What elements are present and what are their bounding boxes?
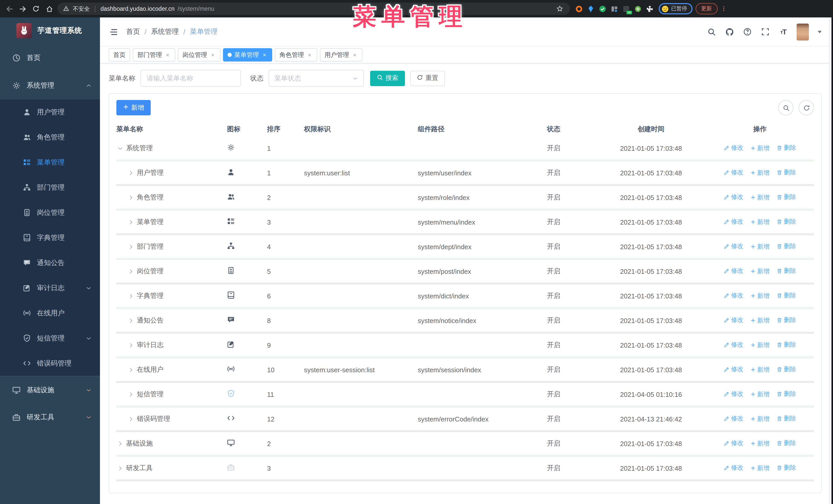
profile-chip[interactable]: 已暂停: [659, 3, 692, 14]
tab-部门管理[interactable]: 部门管理×: [133, 48, 175, 62]
edit-link[interactable]: 修改: [724, 464, 743, 473]
status-select[interactable]: 菜单状态: [269, 70, 364, 87]
sidebar-item-monitor[interactable]: 基础设施: [0, 376, 100, 404]
edit-link[interactable]: 修改: [724, 242, 743, 251]
add-link[interactable]: 新增: [751, 341, 769, 350]
tree-expand-icon[interactable]: [127, 366, 134, 373]
sidebar-item-online[interactable]: 在线用户: [0, 301, 100, 326]
tree-expand-icon[interactable]: [127, 341, 134, 349]
tab-close-icon[interactable]: ×: [165, 52, 171, 58]
add-link[interactable]: 新增: [751, 218, 769, 226]
reset-button[interactable]: 重置: [410, 71, 445, 86]
edit-link[interactable]: 修改: [724, 390, 743, 399]
tree-expand-icon[interactable]: [127, 218, 134, 225]
sidebar-item-dict[interactable]: 字典管理: [0, 225, 100, 250]
sidebar-item-log[interactable]: 审计日志: [0, 275, 100, 301]
sidebar-item-post[interactable]: 岗位管理: [0, 200, 100, 225]
sidebar-item-users[interactable]: 角色管理: [0, 125, 100, 150]
ext-puzzle-icon[interactable]: [646, 5, 653, 13]
sidebar-item-sms[interactable]: 短信管理: [0, 326, 100, 351]
add-link[interactable]: 新增: [751, 144, 769, 153]
tree-expand-icon[interactable]: [127, 169, 134, 176]
edit-link[interactable]: 修改: [724, 414, 743, 423]
delete-link[interactable]: 删除: [777, 365, 796, 374]
add-link[interactable]: 新增: [751, 439, 769, 448]
sidebar-item-message[interactable]: 通知公告: [0, 250, 100, 275]
delete-link[interactable]: 删除: [777, 464, 796, 473]
tree-expand-icon[interactable]: [127, 292, 134, 299]
add-link[interactable]: 新增: [751, 242, 769, 251]
tab-close-icon[interactable]: ×: [261, 52, 268, 58]
reload-icon[interactable]: [31, 4, 41, 14]
sidebar-item-menu[interactable]: 菜单管理: [0, 150, 100, 175]
menu-name-input[interactable]: [140, 70, 241, 87]
help-icon[interactable]: [743, 27, 752, 37]
delete-link[interactable]: 删除: [777, 414, 796, 423]
add-link[interactable]: 新增: [751, 464, 769, 473]
tab-close-icon[interactable]: ×: [307, 52, 313, 58]
fullscreen-icon[interactable]: [761, 27, 770, 37]
address-bar[interactable]: 不安全 dashboard.yudao.iocoder.cn/system/me…: [57, 3, 570, 15]
sidebar-item-gear[interactable]: 系统管理: [0, 72, 100, 99]
ext-leaf-icon[interactable]: [634, 5, 642, 13]
delete-link[interactable]: 删除: [777, 168, 796, 177]
delete-link[interactable]: 删除: [777, 291, 796, 300]
tree-expand-icon[interactable]: [116, 464, 123, 472]
forward-icon[interactable]: [18, 4, 28, 14]
ext-ring-icon[interactable]: [575, 5, 583, 13]
breadcrumb-item[interactable]: 系统管理: [151, 27, 179, 37]
delete-link[interactable]: 删除: [777, 242, 796, 251]
tab-角色管理[interactable]: 角色管理×: [275, 48, 317, 62]
ext-stack-icon[interactable]: on: [622, 5, 630, 13]
add-link[interactable]: 新增: [751, 415, 769, 424]
search-button[interactable]: 搜索: [370, 71, 405, 86]
sidebar-item-tool[interactable]: 研发工具: [0, 404, 100, 431]
delete-link[interactable]: 删除: [777, 144, 796, 152]
breadcrumb-item[interactable]: 首页: [126, 27, 140, 37]
tree-collapse-icon[interactable]: [116, 145, 123, 152]
delete-link[interactable]: 删除: [777, 390, 796, 399]
font-size-icon[interactable]: тT: [779, 27, 788, 37]
add-link[interactable]: 新增: [751, 365, 769, 374]
delete-link[interactable]: 删除: [777, 316, 796, 325]
edit-link[interactable]: 修改: [724, 439, 743, 448]
edit-link[interactable]: 修改: [724, 193, 743, 202]
delete-link[interactable]: 删除: [777, 193, 796, 202]
sidebar-item-tree[interactable]: 部门管理: [0, 175, 100, 200]
delete-link[interactable]: 删除: [777, 341, 796, 350]
tree-expand-icon[interactable]: [116, 440, 123, 447]
chevron-down-icon[interactable]: [818, 30, 822, 33]
tab-用户管理[interactable]: 用户管理×: [320, 48, 362, 62]
edit-link[interactable]: 修改: [724, 365, 743, 374]
add-link[interactable]: 新增: [751, 193, 769, 202]
delete-link[interactable]: 删除: [777, 439, 796, 448]
edit-link[interactable]: 修改: [724, 144, 743, 152]
add-link[interactable]: 新增: [751, 292, 769, 301]
sidebar-item-dashboard[interactable]: 首页: [0, 44, 100, 72]
tab-close-icon[interactable]: ×: [352, 52, 358, 58]
scrollbar[interactable]: [829, 18, 831, 504]
ext-check-icon[interactable]: [599, 5, 606, 13]
update-button[interactable]: 更新: [695, 3, 717, 14]
tab-首页[interactable]: 首页: [109, 48, 130, 62]
back-icon[interactable]: [4, 4, 14, 14]
tree-expand-icon[interactable]: [127, 268, 134, 275]
add-button[interactable]: 新增: [116, 100, 151, 115]
bookmark-star-icon[interactable]: [555, 4, 565, 14]
tab-菜单管理[interactable]: 菜单管理×: [223, 48, 272, 62]
github-icon[interactable]: [725, 27, 734, 37]
ext-gem-icon[interactable]: [587, 5, 595, 13]
edit-link[interactable]: 修改: [724, 168, 743, 177]
add-link[interactable]: 新增: [751, 390, 769, 399]
tree-expand-icon[interactable]: [127, 391, 134, 398]
add-link[interactable]: 新增: [751, 169, 769, 177]
delete-link[interactable]: 删除: [777, 218, 796, 226]
add-link[interactable]: 新增: [751, 316, 769, 325]
app-logo[interactable]: 芋道管理系统: [0, 18, 100, 44]
refresh-table-button[interactable]: [799, 100, 814, 115]
ext-grid-icon[interactable]: [611, 5, 618, 13]
edit-link[interactable]: 修改: [724, 341, 743, 350]
home-icon[interactable]: [44, 4, 54, 14]
delete-link[interactable]: 删除: [777, 267, 796, 275]
toggle-search-button[interactable]: [778, 100, 793, 115]
